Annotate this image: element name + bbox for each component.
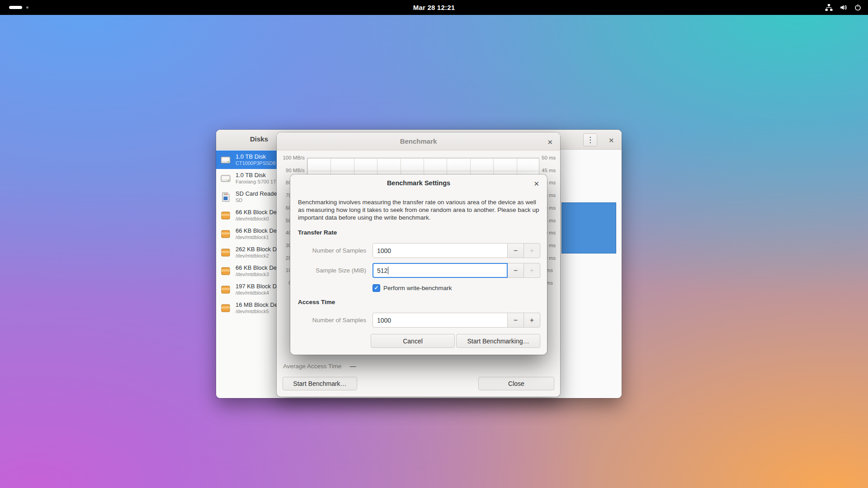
axis-label: 100 MB/s — [283, 155, 305, 160]
disk-title: SD Card Reader — [236, 191, 279, 197]
volume-icon — [840, 4, 847, 11]
axis-label: 90 MB/s — [286, 168, 305, 173]
disks-close-button[interactable]: ✕ — [607, 135, 616, 145]
write-benchmark-checkbox[interactable]: ✓ — [373, 284, 380, 292]
desktop: Mar 28 12:21 Disks ⋮ ✕ 1.0 TB DiskCT1000 — [0, 0, 868, 488]
volume-segment[interactable] — [561, 202, 616, 253]
power-icon — [854, 4, 862, 11]
chip-icon — [220, 302, 231, 314]
disks-window-title: Disks — [250, 135, 268, 143]
disk-subtitle: Fanxiang S700 1TB — [236, 179, 279, 185]
samples-decrement-button[interactable]: − — [508, 243, 524, 258]
samples-increment-button: + — [524, 243, 540, 258]
cancel-button[interactable]: Cancel — [371, 334, 455, 348]
access-samples-decrement-button[interactable]: − — [508, 313, 524, 328]
top-bar: Mar 28 12:21 — [0, 0, 868, 15]
chip-icon — [220, 284, 231, 296]
access-samples-increment-button[interactable]: + — [524, 313, 540, 328]
sample-size-label: Sample Size (MiB) — [290, 263, 366, 278]
sample-size-input[interactable]: 512 — [373, 263, 508, 278]
benchmark-headerbar[interactable]: Benchmark ✕ — [277, 132, 560, 150]
menu-button[interactable]: ⋮ — [583, 133, 597, 146]
average-access-time-row: Average Access Time — — [283, 363, 342, 370]
system-tray[interactable] — [825, 0, 862, 15]
benchmark-dialog-close-button[interactable]: Close — [478, 377, 554, 390]
disk-title: 1.0 TB Disk — [236, 154, 276, 160]
average-access-time-value: — — [350, 363, 356, 370]
axis-label: 45 ms — [542, 168, 556, 173]
sample-size-increment-button: + — [524, 263, 540, 278]
transfer-samples-row: Number of Samples 1000 − + — [290, 243, 547, 258]
sd-card-icon — [220, 191, 231, 203]
access-samples-row: Number of Samples 1000 − + — [290, 313, 547, 328]
benchmark-settings-dialog: Benchmark Settings ✕ Benchmarking involv… — [290, 174, 547, 355]
average-access-time-label: Average Access Time — [283, 363, 342, 370]
disk-title: 1.0 TB Disk — [236, 172, 279, 179]
settings-dialog-title: Benchmark Settings — [290, 179, 547, 187]
network-icon — [825, 4, 833, 11]
sample-size-row: Sample Size (MiB) 512 − + — [290, 263, 547, 278]
chip-icon — [220, 228, 231, 240]
axis-label: 50 ms — [542, 155, 556, 160]
drive-icon — [220, 173, 231, 184]
number-of-samples-input[interactable]: 1000 — [373, 243, 508, 258]
clock[interactable]: Mar 28 12:21 — [0, 4, 868, 11]
access-time-heading: Access Time — [298, 299, 335, 305]
start-benchmark-button[interactable]: Start Benchmark… — [283, 377, 357, 390]
settings-close-button[interactable]: ✕ — [532, 178, 541, 189]
chip-icon — [220, 210, 231, 221]
disk-subtitle: CT1000P3PSSD8 — [236, 160, 276, 166]
write-benchmark-row[interactable]: ✓ Perform write-benchmark — [373, 284, 452, 292]
chip-icon — [220, 265, 231, 277]
transfer-rate-heading: Transfer Rate — [298, 229, 337, 236]
benchmark-close-button[interactable]: ✕ — [545, 137, 555, 147]
disk-subtitle: SD — [236, 197, 279, 203]
settings-headerbar[interactable]: Benchmark Settings ✕ — [290, 174, 547, 192]
sample-size-decrement-button[interactable]: − — [508, 263, 524, 278]
write-benchmark-label: Perform write-benchmark — [383, 285, 452, 291]
access-samples-input[interactable]: 1000 — [373, 313, 508, 328]
drive-icon — [220, 154, 231, 166]
text-cursor — [388, 267, 388, 274]
access-samples-label: Number of Samples — [290, 313, 366, 328]
start-benchmarking-button[interactable]: Start Benchmarking… — [456, 334, 540, 348]
benchmark-window-title: Benchmark — [277, 137, 560, 145]
settings-description: Benchmarking involves measuring the tran… — [298, 198, 543, 222]
chip-icon — [220, 247, 231, 258]
number-of-samples-label: Number of Samples — [290, 243, 366, 258]
